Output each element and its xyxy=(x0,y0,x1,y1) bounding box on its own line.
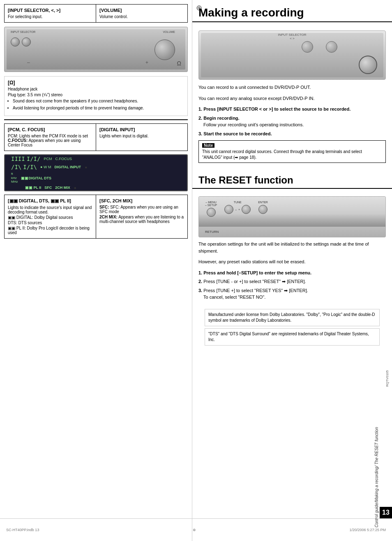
volume-text: Volume control. xyxy=(99,14,184,19)
note-text: This unit cannot record digital sources.… xyxy=(202,149,382,160)
reset-desc1: The operation settings for the unit will… xyxy=(198,241,386,254)
bullet-1: Sound does not come from the speakers if… xyxy=(13,98,184,104)
freq-labels: ft kHz MHz xyxy=(11,172,18,184)
digital-input-title: [DIGITAL INPUT] xyxy=(99,127,184,132)
plus-sign: + xyxy=(145,60,148,65)
enter-button[interactable] xyxy=(258,205,267,214)
dot-right-2: ● xyxy=(74,186,76,190)
note-box: Note This unit cannot record digital sou… xyxy=(198,140,386,163)
tune-label: TUNE xyxy=(234,201,242,204)
left-column: [INPUT SELECTOR, <, >] For selecting inp… xyxy=(0,0,192,541)
right-knob-1 xyxy=(302,41,313,53)
desc-text-1: You can record to a unit connected to DV… xyxy=(198,84,386,91)
trademark-box-2: "DTS" and "DTS Digital Surround" are reg… xyxy=(205,328,380,346)
left-divider xyxy=(4,119,188,120)
footer-right: 1/20/2006 5:27:25 PM xyxy=(349,528,386,532)
digital-dts-display: ▣▣DIGITAL DTS xyxy=(21,176,51,180)
digital-dts-pl-text1: Lights to indicate the source's input si… xyxy=(8,205,92,214)
vertical-text: Control guide/Making a recording/ The RE… xyxy=(374,427,379,527)
headphone-label-box: [Ω] Headphone jack Plug type: 3.5 mm (¹⁄… xyxy=(4,76,188,116)
step-2-bold: Begin recording. xyxy=(203,116,239,121)
display-panel: IIII I/I/ PCM C.FOCUS /I\ I/I\ ● W M DIG… xyxy=(4,154,188,191)
note-label: Note xyxy=(202,143,214,148)
digital-dts-pl-text4: ▣▣ PL II: Dolby Pro LogicII decoder is b… xyxy=(8,226,92,235)
footer-left: SC-HT40PP.indb 13 xyxy=(6,528,39,532)
headphone-sub: Headphone jack xyxy=(8,87,184,91)
reset-step-2: 2. Press [TUNE - or +] to select "RESET"… xyxy=(198,278,386,285)
sfc-display: SFC xyxy=(44,186,52,190)
display-rows: IIII I/I/ PCM C.FOCUS /I\ I/I\ ● W M DIG… xyxy=(5,154,187,191)
volume-title: [VOLUME] xyxy=(99,8,184,13)
footer: SC-HT40PP.indb 13 ⊕ 1/20/2006 5:27:25 PM xyxy=(0,518,392,541)
ft-label: ft xyxy=(11,172,18,176)
reset-desc2: However, any preset radio stations will … xyxy=(198,258,386,265)
digital-input-display: DIGITAL INPUT xyxy=(54,165,81,169)
headphone-bullets: Sound does not come from the speakers if… xyxy=(13,98,184,111)
headphone-title: [Ω] xyxy=(8,80,184,86)
dot-right-1: ● xyxy=(85,165,87,169)
plii-display: ▣▣ PL II xyxy=(25,186,41,190)
reset-controls-row: – MENU – SETUP TUNE – + xyxy=(199,199,385,219)
digital-input-text: Lights when input is digital. xyxy=(99,134,184,138)
reset-step-3-sub: To cancel, select "RESET NO". xyxy=(203,295,265,300)
tune-minus-button[interactable] xyxy=(224,205,233,214)
reset-step-3: 3. Press [TUNE +] to select "RESET YES" … xyxy=(198,287,386,301)
setup-label: – SETUP xyxy=(205,204,217,207)
reset-device-image: – MENU – SETUP TUNE – + xyxy=(198,196,386,237)
tune-group: TUNE – + xyxy=(224,201,251,214)
input-knob-1 xyxy=(11,37,20,46)
right-vol-knob xyxy=(359,56,377,74)
input-selector-right-label: INPUT SELECTOR < > xyxy=(278,33,306,40)
vertical-label-container: Control guide/Making a recording/ The RE… xyxy=(374,436,379,518)
enter-label: ENTER xyxy=(258,201,268,204)
tune-plus-button[interactable] xyxy=(242,205,251,214)
reset-step-2-text: Press [TUNE - or +] to select "RESET" ➡ … xyxy=(203,279,306,284)
device-image-left: INPUT SELECTOR VOLUME – + Ω xyxy=(4,27,188,72)
step-2: 2. Begin recording. Follow your recordin… xyxy=(198,115,386,128)
top-label-boxes: [INPUT SELECTOR, <, >] For selecting inp… xyxy=(4,4,188,23)
sfc-2ch-title: [SFC, 2CH MIX] xyxy=(99,198,184,203)
cfocus-display: C.FOCUS xyxy=(55,157,72,161)
trademark-box-1: Manufactured under license from Dolby La… xyxy=(205,309,380,326)
chmix-display: 2CH MIX xyxy=(55,186,70,190)
step-1-text: Press [INPUT SELECTOR < or >] to select … xyxy=(203,107,350,111)
khz-label: kHz xyxy=(11,176,18,180)
digital-dts-pl-box: [▣▣ DIGITAL, DTS, ▣▣ PL II] Lights to in… xyxy=(4,195,96,239)
setup-button[interactable] xyxy=(207,208,216,217)
sfc-desc: SFC: Appears when you are using an SFC m… xyxy=(99,205,178,214)
return-label-row: RETURN xyxy=(205,229,219,234)
vol-label: VOLUME xyxy=(163,30,175,33)
cfocus-label: C.FOCUS: xyxy=(8,138,28,143)
reset-step-1: 1. Press and hold [–SETUP] to enter the … xyxy=(198,269,386,276)
digital-dts-pl-text2: ▣▣ DIGITAL: Dolby Digital sources xyxy=(8,215,92,220)
step-1: 1. Press [INPUT SELECTOR < or >] to sele… xyxy=(198,106,386,113)
bottom-top-labels: [PCM, C. FOCUS] PCM: Lights when the PCM… xyxy=(4,123,188,151)
step-3-text: Start the source to be recorded. xyxy=(203,131,272,136)
bottom-left-section: [PCM, C. FOCUS] PCM: Lights when the PCM… xyxy=(0,123,192,239)
digital-dts-pl-title: [▣▣ DIGITAL, DTS, ▣▣ PL II] xyxy=(8,198,92,204)
2ch-label: 2CH MIX: xyxy=(99,215,118,219)
display-row-3: ft kHz MHz ▣▣DIGITAL DTS xyxy=(11,172,51,184)
desc-text-2: You can record any analog source except … xyxy=(198,95,386,102)
seg-bar-3: /I\ xyxy=(11,164,21,170)
minus-sign: – xyxy=(27,60,30,65)
seg-bar-2: I/I/ xyxy=(27,156,41,162)
enter-group: ENTER xyxy=(258,201,268,214)
pcm-focus-box: [PCM, C. FOCUS] PCM: Lights when the PCM… xyxy=(4,123,96,151)
sfc-2ch-box: [SFC, 2CH MIX] SFC: SFC: Appears when yo… xyxy=(96,195,188,239)
input-selector-text: For selecting input. xyxy=(8,14,92,19)
trademark-boxes: Manufactured under license from Dolby La… xyxy=(205,309,380,346)
tune-minus-label: – xyxy=(235,208,237,211)
digital-input-box: [DIGITAL INPUT] Lights when input is dig… xyxy=(96,123,188,151)
pcm-focus-text2: C.FOCUS: Appears when you are using Cent… xyxy=(8,138,92,147)
input-knob-2 xyxy=(22,37,31,46)
pcm-focus-title: [PCM, C. FOCUS] xyxy=(8,127,92,132)
right-knob-2 xyxy=(326,41,337,53)
mhz-label: MHz xyxy=(11,180,18,184)
seg-bar-4: I/I\ xyxy=(23,164,37,170)
display-row-4: ▣▣ PL II SFC 2CH MIX ● xyxy=(11,186,76,190)
steps-list: 1. Press [INPUT SELECTOR < or >] to sele… xyxy=(198,106,386,137)
right-content: INPUT SELECTOR < > You can record to a u… xyxy=(192,26,392,170)
reset-steps-list: 1. Press and hold [–SETUP] to enter the … xyxy=(198,269,386,301)
main-title: Making a recording xyxy=(192,0,392,22)
